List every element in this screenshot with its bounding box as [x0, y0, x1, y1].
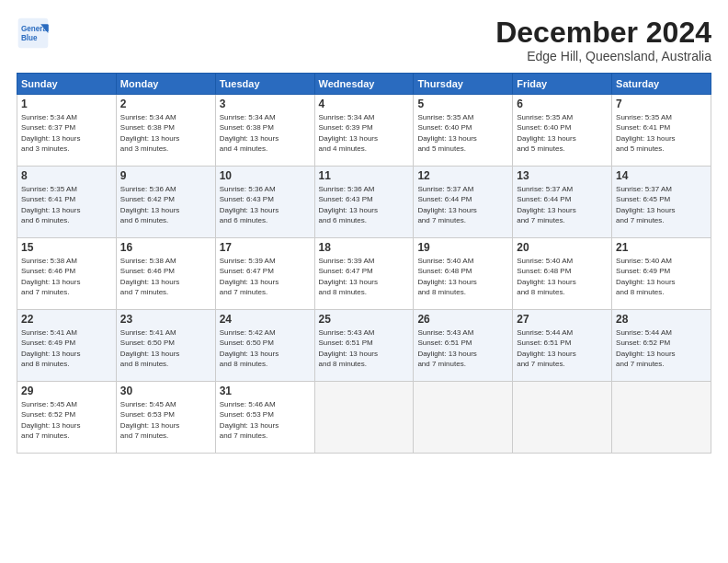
day-info: Sunrise: 5:41 AMSunset: 6:49 PMDaylight:…: [21, 328, 80, 368]
day-info: Sunrise: 5:34 AMSunset: 6:39 PMDaylight:…: [319, 113, 378, 153]
calendar-cell: [314, 382, 414, 454]
day-number: 15: [21, 241, 112, 254]
day-number: 28: [616, 313, 707, 326]
col-sunday: Sunday: [17, 74, 117, 95]
day-info: Sunrise: 5:42 AMSunset: 6:50 PMDaylight:…: [220, 328, 279, 368]
day-number: 29: [21, 385, 112, 397]
day-number: 21: [616, 241, 707, 254]
calendar-week-2: 15 Sunrise: 5:38 AMSunset: 6:46 PMDaylig…: [17, 238, 711, 310]
day-number: 12: [417, 169, 508, 182]
col-monday: Monday: [116, 74, 215, 95]
calendar-cell: 1 Sunrise: 5:34 AMSunset: 6:37 PMDayligh…: [17, 95, 117, 167]
day-info: Sunrise: 5:44 AMSunset: 6:52 PMDaylight:…: [616, 328, 675, 368]
calendar-cell: 6 Sunrise: 5:35 AMSunset: 6:40 PMDayligh…: [513, 95, 612, 167]
day-number: 2: [120, 98, 211, 110]
day-info: Sunrise: 5:43 AMSunset: 6:51 PMDaylight:…: [417, 328, 476, 368]
day-info: Sunrise: 5:34 AMSunset: 6:37 PMDaylight:…: [21, 113, 80, 153]
day-info: Sunrise: 5:36 AMSunset: 6:43 PMDaylight:…: [319, 185, 378, 224]
calendar-cell: 30 Sunrise: 5:45 AMSunset: 6:53 PMDaylig…: [116, 382, 215, 454]
calendar-cell: 27 Sunrise: 5:44 AMSunset: 6:51 PMDaylig…: [513, 310, 612, 382]
day-info: Sunrise: 5:36 AMSunset: 6:42 PMDaylight:…: [120, 185, 179, 224]
col-thursday: Thursday: [414, 74, 513, 95]
day-number: 23: [120, 313, 211, 326]
day-info: Sunrise: 5:38 AMSunset: 6:46 PMDaylight:…: [120, 257, 179, 296]
calendar-cell: 18 Sunrise: 5:39 AMSunset: 6:47 PMDaylig…: [314, 238, 414, 310]
day-info: Sunrise: 5:37 AMSunset: 6:44 PMDaylight:…: [517, 185, 575, 224]
calendar-cell: 13 Sunrise: 5:37 AMSunset: 6:44 PMDaylig…: [513, 167, 612, 238]
day-info: Sunrise: 5:40 AMSunset: 6:49 PMDaylight:…: [616, 257, 675, 296]
location-subtitle: Edge Hill, Queensland, Australia: [495, 49, 711, 63]
calendar-cell: 12 Sunrise: 5:37 AMSunset: 6:44 PMDaylig…: [414, 167, 513, 238]
day-number: 25: [319, 313, 410, 326]
calendar-cell: 11 Sunrise: 5:36 AMSunset: 6:43 PMDaylig…: [314, 167, 414, 238]
calendar-cell: 14 Sunrise: 5:37 AMSunset: 6:45 PMDaylig…: [612, 167, 711, 238]
calendar-body: 1 Sunrise: 5:34 AMSunset: 6:37 PMDayligh…: [17, 95, 711, 454]
calendar-cell: 21 Sunrise: 5:40 AMSunset: 6:49 PMDaylig…: [612, 238, 711, 310]
day-number: 16: [120, 241, 211, 254]
calendar-cell: 25 Sunrise: 5:43 AMSunset: 6:51 PMDaylig…: [314, 310, 414, 382]
day-info: Sunrise: 5:40 AMSunset: 6:48 PMDaylight:…: [417, 257, 476, 296]
calendar-cell: 28 Sunrise: 5:44 AMSunset: 6:52 PMDaylig…: [612, 310, 711, 382]
calendar-cell: [414, 382, 513, 454]
calendar-week-0: 1 Sunrise: 5:34 AMSunset: 6:37 PMDayligh…: [17, 95, 711, 167]
calendar-cell: 22 Sunrise: 5:41 AMSunset: 6:49 PMDaylig…: [17, 310, 117, 382]
calendar-cell: 7 Sunrise: 5:35 AMSunset: 6:41 PMDayligh…: [612, 95, 711, 167]
month-title: December 2024: [495, 17, 711, 49]
svg-text:Blue: Blue: [21, 34, 38, 42]
calendar-cell: 3 Sunrise: 5:34 AMSunset: 6:38 PMDayligh…: [215, 95, 314, 167]
day-number: 13: [517, 169, 608, 182]
calendar-cell: 8 Sunrise: 5:35 AMSunset: 6:41 PMDayligh…: [17, 167, 117, 238]
day-number: 22: [21, 313, 112, 326]
day-number: 18: [319, 241, 410, 254]
day-info: Sunrise: 5:41 AMSunset: 6:50 PMDaylight:…: [120, 328, 179, 368]
calendar-cell: 19 Sunrise: 5:40 AMSunset: 6:48 PMDaylig…: [414, 238, 513, 310]
day-info: Sunrise: 5:37 AMSunset: 6:45 PMDaylight:…: [616, 185, 675, 224]
day-number: 11: [319, 169, 410, 182]
day-number: 30: [120, 385, 211, 397]
calendar-cell: 4 Sunrise: 5:34 AMSunset: 6:39 PMDayligh…: [314, 95, 414, 167]
logo: General Blue: [17, 17, 50, 50]
calendar-cell: 31 Sunrise: 5:46 AMSunset: 6:53 PMDaylig…: [215, 382, 314, 454]
calendar-cell: 2 Sunrise: 5:34 AMSunset: 6:38 PMDayligh…: [116, 95, 215, 167]
calendar-cell: 20 Sunrise: 5:40 AMSunset: 6:48 PMDaylig…: [513, 238, 612, 310]
day-info: Sunrise: 5:37 AMSunset: 6:44 PMDaylight:…: [417, 185, 476, 224]
day-number: 5: [417, 98, 508, 110]
calendar-cell: 26 Sunrise: 5:43 AMSunset: 6:51 PMDaylig…: [414, 310, 513, 382]
calendar-cell: 17 Sunrise: 5:39 AMSunset: 6:47 PMDaylig…: [215, 238, 314, 310]
calendar-cell: 29 Sunrise: 5:45 AMSunset: 6:52 PMDaylig…: [17, 382, 117, 454]
col-saturday: Saturday: [612, 74, 711, 95]
calendar-week-3: 22 Sunrise: 5:41 AMSunset: 6:49 PMDaylig…: [17, 310, 711, 382]
day-number: 19: [417, 241, 508, 254]
header: General Blue December 2024 Edge Hill, Qu…: [17, 17, 711, 63]
calendar-cell: 24 Sunrise: 5:42 AMSunset: 6:50 PMDaylig…: [215, 310, 314, 382]
day-number: 26: [417, 313, 508, 326]
day-info: Sunrise: 5:34 AMSunset: 6:38 PMDaylight:…: [220, 113, 279, 153]
col-friday: Friday: [513, 74, 612, 95]
calendar-cell: 23 Sunrise: 5:41 AMSunset: 6:50 PMDaylig…: [116, 310, 215, 382]
day-info: Sunrise: 5:35 AMSunset: 6:41 PMDaylight:…: [21, 185, 80, 224]
title-block: December 2024 Edge Hill, Queensland, Aus…: [495, 17, 711, 63]
day-number: 1: [21, 98, 112, 110]
calendar-cell: 10 Sunrise: 5:36 AMSunset: 6:43 PMDaylig…: [215, 167, 314, 238]
day-number: 7: [616, 98, 707, 110]
calendar-cell: 5 Sunrise: 5:35 AMSunset: 6:40 PMDayligh…: [414, 95, 513, 167]
calendar-cell: [612, 382, 711, 454]
day-info: Sunrise: 5:38 AMSunset: 6:46 PMDaylight:…: [21, 257, 80, 296]
day-info: Sunrise: 5:39 AMSunset: 6:47 PMDaylight:…: [220, 257, 279, 296]
calendar-cell: 15 Sunrise: 5:38 AMSunset: 6:46 PMDaylig…: [17, 238, 117, 310]
day-number: 27: [517, 313, 608, 326]
day-info: Sunrise: 5:40 AMSunset: 6:48 PMDaylight:…: [517, 257, 575, 296]
day-number: 14: [616, 169, 707, 182]
day-number: 31: [220, 385, 311, 397]
day-info: Sunrise: 5:45 AMSunset: 6:52 PMDaylight:…: [21, 400, 80, 440]
day-number: 8: [21, 169, 112, 182]
day-info: Sunrise: 5:35 AMSunset: 6:40 PMDaylight:…: [417, 113, 476, 153]
day-number: 3: [220, 98, 311, 110]
day-number: 20: [517, 241, 608, 254]
day-info: Sunrise: 5:44 AMSunset: 6:51 PMDaylight:…: [517, 328, 575, 368]
day-number: 6: [517, 98, 608, 110]
day-number: 9: [120, 169, 211, 182]
calendar-cell: [513, 382, 612, 454]
day-info: Sunrise: 5:43 AMSunset: 6:51 PMDaylight:…: [319, 328, 378, 368]
day-number: 10: [220, 169, 311, 182]
